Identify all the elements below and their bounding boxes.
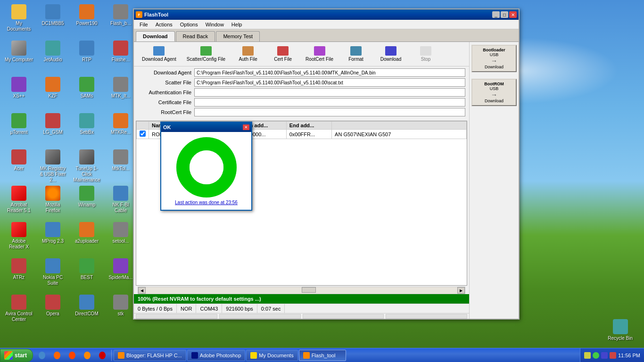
- start-button[interactable]: start: [0, 349, 33, 362]
- toolbar-auth-file[interactable]: Auth File: [231, 44, 264, 64]
- desktop-icon-winamp[interactable]: Winamp: [70, 184, 103, 219]
- icon-label: Recycle Bin: [608, 336, 633, 341]
- progress-statusbar: 100% (Reset NVRAM to factory default set…: [134, 294, 469, 304]
- cert-file-input[interactable]: [194, 98, 465, 107]
- scroll-right-arrow[interactable]: ▶: [457, 287, 465, 294]
- auth-file-input[interactable]: [194, 88, 465, 97]
- row-end: 0x00FFR...: [286, 130, 331, 139]
- bootloader-usb-download-btn[interactable]: Bootloader USB → Download: [471, 45, 517, 72]
- desktop-icon-sams[interactable]: SAMs: [70, 75, 103, 110]
- desktop-icon-mtkre[interactable]: MTKRe...: [104, 111, 137, 147]
- menu-help[interactable]: Help: [228, 21, 246, 28]
- desktop-icon-rtp[interactable]: RTP: [70, 39, 103, 74]
- desktop-icon-lggsm[interactable]: LG_GSM: [36, 111, 69, 147]
- icon-label: DirectCOM: [75, 311, 98, 317]
- desktop-icon-acer[interactable]: Acer: [2, 148, 35, 183]
- desktop-icon-stk[interactable]: stk: [104, 293, 137, 328]
- quicklaunch-2[interactable]: [80, 350, 94, 361]
- minimize-button[interactable]: _: [492, 11, 500, 18]
- desktop-icon-avira[interactable]: Avira Control Center: [2, 293, 35, 328]
- desktop-icon-setool[interactable]: setool...: [104, 220, 137, 255]
- scroll-thumb[interactable]: [302, 287, 316, 293]
- tab-readback[interactable]: Read Back: [176, 31, 215, 41]
- desktop-icon-adobereader[interactable]: Adobe Reader X: [2, 220, 35, 255]
- desktop-icon-mycomputer[interactable]: My Computer: [2, 39, 35, 74]
- toolbar-cert-file[interactable]: Cert File: [266, 44, 299, 64]
- scatter-file-input[interactable]: [194, 78, 465, 87]
- maximize-button[interactable]: □: [501, 11, 508, 18]
- toolbar-format[interactable]: Format: [339, 44, 372, 64]
- menu-file[interactable]: File: [136, 21, 152, 28]
- desktop-icon-a2uploader[interactable]: a2uploader: [70, 220, 103, 255]
- desktop-icon-atrz[interactable]: ATRz: [2, 256, 35, 292]
- app-icon: [11, 295, 26, 310]
- menu-actions[interactable]: Actions: [152, 21, 176, 28]
- desktop-icon-power190[interactable]: Power190: [70, 2, 103, 38]
- toolbar-cert-label: Cert File: [274, 57, 292, 62]
- rom-checkbox[interactable]: [140, 131, 146, 137]
- app-icon: [79, 149, 94, 165]
- scroll-track[interactable]: [146, 287, 457, 294]
- quicklaunch-flame[interactable]: [65, 350, 79, 361]
- toolbar-scatter-config[interactable]: Scatter/Config File: [182, 44, 230, 64]
- desktop-icon-xspp[interactable]: XS++: [2, 75, 35, 110]
- taskbar-mydocs[interactable]: My Documents: [246, 350, 297, 361]
- quicklaunch-firefox[interactable]: [50, 350, 64, 361]
- desktop-icon-directcom[interactable]: DirectCOM: [70, 293, 103, 328]
- row-checkbox[interactable]: [137, 130, 149, 139]
- pdf-icon: [11, 222, 26, 237]
- desktop-icon-nkfbl[interactable]: NK F-Bl Cable: [104, 184, 137, 219]
- app-icon: [45, 149, 60, 165]
- desktop-icon-mydocs[interactable]: My Documents: [2, 2, 35, 38]
- toolbar-scatter-label: Scatter/Config File: [187, 57, 225, 62]
- desktop-icon-acrobat[interactable]: Acrobat Reader 5.1: [2, 184, 35, 219]
- desktop-icon-mprog[interactable]: MProg 2.3: [36, 220, 69, 255]
- desktop-icon-spiderma[interactable]: SpiderMa...: [104, 256, 137, 292]
- tab-download[interactable]: Download: [136, 31, 175, 41]
- download-agent-input[interactable]: [194, 68, 465, 77]
- app-icon: [45, 222, 60, 237]
- rootcert-input[interactable]: [194, 108, 465, 116]
- taskbar-photoshop[interactable]: Adobe Photoshop: [187, 350, 245, 361]
- taskbar: start Blogger: FLASH HP C..: [0, 348, 644, 362]
- bootrom-download-label: Download: [485, 99, 504, 103]
- firefox-icon: [45, 186, 60, 201]
- desktop-icon-firefox[interactable]: Mozilla Firefox: [36, 184, 69, 219]
- desktop-icon-kzf[interactable]: KZF: [36, 75, 69, 110]
- toolbar-stop[interactable]: Stop: [409, 44, 442, 64]
- desktop-icon-recyclebin[interactable]: Recycle Bin: [606, 317, 635, 343]
- desktop-icon-best[interactable]: BEST: [70, 256, 103, 292]
- app-icon: [45, 4, 60, 19]
- scroll-left-arrow[interactable]: ◀: [138, 287, 146, 294]
- desktop-icon-utorrent[interactable]: µTorrent: [2, 111, 35, 147]
- desktop-icon-mtktol[interactable]: MtkTol...: [104, 148, 137, 183]
- bootrom-usb-download-btn[interactable]: BootROM USB → Download: [471, 79, 517, 106]
- taskbar-flashtool[interactable]: Flash_tool: [299, 350, 346, 361]
- menu-window[interactable]: Window: [202, 21, 228, 28]
- desktop-icon-sebbx[interactable]: SebBx: [70, 111, 103, 147]
- tab-memorytest[interactable]: Memory Test: [216, 31, 260, 41]
- close-button[interactable]: ✕: [509, 11, 517, 18]
- dialog-close-button[interactable]: ✕: [243, 124, 249, 130]
- desktop-icon-tuneup[interactable]: TuneUp 1-Click Maintenance: [70, 148, 103, 183]
- desktop-icon-flashb[interactable]: Flash_b...: [104, 2, 137, 38]
- desktop-icon-nokiapcsuite[interactable]: Nokia PC Suite: [36, 256, 69, 292]
- stop-icon: [420, 46, 431, 56]
- toolbar-download-agent[interactable]: Download Agent: [138, 44, 181, 64]
- menu-options[interactable]: Options: [176, 21, 202, 28]
- icon-label: MProg 2.3: [42, 239, 64, 244]
- quicklaunch-opera[interactable]: [95, 350, 109, 361]
- desktop-icon-jetaudio[interactable]: JetAudio: [36, 39, 69, 74]
- desktop-icon-flashe[interactable]: Flashe...: [104, 39, 137, 74]
- desktop-icon-dc1mbb5[interactable]: DC1MBB5: [36, 2, 69, 38]
- horizontal-scrollbar[interactable]: ◀ ▶: [138, 287, 465, 294]
- quicklaunch-ie[interactable]: [35, 350, 49, 361]
- desktop-icon-mtkit[interactable]: MTK_It...: [104, 75, 137, 110]
- taskbar-blogger[interactable]: Blogger: FLASH HP C...: [114, 350, 186, 361]
- toolbar-download[interactable]: Download: [374, 44, 407, 64]
- toolbar-rootcert-file[interactable]: RootCert File: [301, 44, 338, 64]
- desktop-icon-opera[interactable]: Opera: [36, 293, 69, 328]
- bootloader-download-label: Download: [485, 65, 504, 69]
- desktop-icon-mkregistry[interactable]: MK Registry & USB Fixer 2...: [36, 148, 69, 183]
- app-icon: [113, 77, 128, 92]
